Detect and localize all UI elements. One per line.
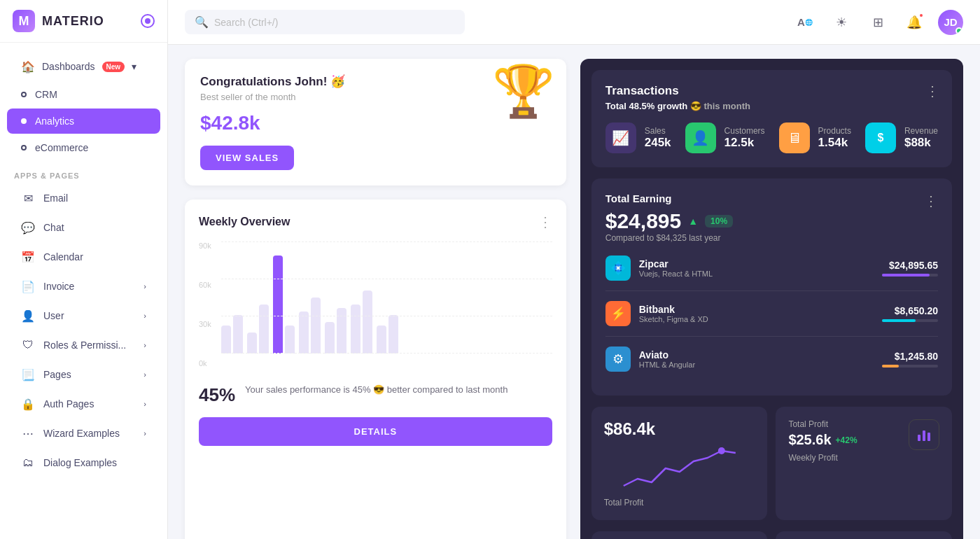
sidebar-item-calendar[interactable]: 📅 Calendar	[7, 243, 160, 271]
sidebar-item-email[interactable]: ✉ Email	[7, 184, 160, 212]
sidebar-item-analytics[interactable]: Analytics	[7, 108, 160, 134]
revenue-label: Revenue	[904, 126, 938, 136]
search-placeholder: Search (Ctrl+/)	[214, 17, 278, 28]
aviato-name: Aviato	[639, 349, 695, 360]
earning-menu-button[interactable]: ⋮	[924, 192, 938, 209]
weekly-percentage: 45%	[199, 384, 235, 406]
bar	[311, 298, 321, 354]
sidebar-item-invoice[interactable]: 📄 Invoice ›	[7, 272, 160, 300]
sidebar-item-auth[interactable]: 🔒 Auth Pages ›	[7, 390, 160, 418]
chevron-icon: ›	[144, 282, 146, 290]
project-cards-row: 💼 ⋮ New Project 862 -18% 2,856	[592, 531, 952, 539]
earning-amount: $24,895 ▲ 10%	[606, 209, 938, 233]
calendar-icon: 📅	[21, 250, 35, 264]
dialog-icon: 🗂	[21, 456, 35, 470]
chevron-icon: ›	[144, 429, 146, 438]
wizard-label: Wizard Examples	[43, 428, 120, 439]
invoice-icon: 📄	[21, 279, 35, 293]
wizard-icon: ⋯	[21, 426, 35, 440]
new-badge: New	[102, 62, 125, 72]
revenue-value: $88k	[904, 136, 938, 150]
content-area: Congratulations John! 🥳 Best seller of t…	[168, 45, 980, 539]
products-icon: 🖥	[779, 122, 810, 153]
profit-right-amount: $25.6k	[788, 432, 831, 448]
bar-group-2	[247, 304, 269, 354]
transactions-menu-button[interactable]: ⋮	[925, 83, 939, 99]
invoice-label: Invoice	[43, 281, 74, 292]
sidebar-item-crm[interactable]: CRM	[7, 82, 160, 107]
weekly-title: Weekly Overview	[199, 216, 290, 228]
bar	[325, 322, 335, 354]
svg-rect-1	[918, 435, 920, 441]
sidebar-item-dialog[interactable]: 🗂 Dialog Examples	[7, 449, 160, 477]
customers-value: 12.5k	[724, 136, 765, 150]
details-button[interactable]: DETAILS	[199, 417, 552, 446]
sidebar-item-chat[interactable]: 💬 Chat	[7, 214, 160, 241]
txn-stat-revenue: $ Revenue $88k	[865, 122, 938, 153]
dot-icon-active	[21, 118, 27, 124]
aviato-icon: ⚙	[606, 346, 631, 372]
sidebar-item-ecommerce[interactable]: eCommerce	[7, 135, 160, 160]
view-sales-button[interactable]: VIEW SALES	[200, 146, 294, 170]
bitbank-progress-bar	[882, 319, 938, 322]
total-profit-label: Total Profit	[604, 498, 755, 507]
earning-card: Total Earning ⋮ $24,895 ▲ 10% Compared t…	[592, 178, 952, 396]
revenue-icon: $	[865, 122, 896, 153]
chart-y-labels: 90k60k30k0k	[199, 241, 211, 368]
zipcar-bar-fill	[882, 274, 930, 276]
zipcar-progress-bar	[882, 274, 938, 276]
bitbank-name: Bitbank	[639, 304, 708, 315]
chat-label: Chat	[43, 222, 64, 233]
roles-label: Roles & Permissi...	[43, 340, 126, 351]
search-bar[interactable]: 🔍 Search (Ctrl+/)	[185, 10, 465, 34]
transactions-card: Transactions Total 48.5% growth 😎 this m…	[592, 70, 952, 167]
bar-group-6	[351, 290, 372, 354]
auth-label: Auth Pages	[43, 398, 94, 410]
aviato-sub: HTML & Angular	[639, 360, 695, 369]
analytics-label: Analytics	[35, 115, 74, 127]
aviato-progress-bar	[882, 365, 938, 368]
sidebar-item-pages[interactable]: 📃 Pages ›	[7, 360, 160, 388]
profit-cards-row: $86.4k Total Profit Total Profit	[592, 407, 952, 520]
notification-dot	[918, 13, 924, 18]
profit-line-chart	[604, 447, 755, 489]
sidebar-item-user[interactable]: 👤 User ›	[7, 302, 160, 330]
weekly-profit-sublabel: Weekly Profit	[788, 453, 939, 463]
svg-rect-2	[923, 430, 925, 441]
ecommerce-label: eCommerce	[35, 142, 88, 153]
weekly-description: Your sales performance is 45% 😎 better c…	[245, 384, 507, 395]
customers-icon: 👤	[685, 122, 716, 153]
sidebar-logo: M MATERIO	[0, 0, 167, 43]
avatar[interactable]: JD	[938, 10, 963, 35]
grid-button[interactable]: ⊞	[865, 10, 890, 35]
search-icon: 🔍	[195, 15, 209, 29]
bar-group-4	[299, 298, 321, 354]
weekly-overview-card: Weekly Overview ⋮ 90k60k30k0k	[185, 200, 566, 539]
sidebar: M MATERIO 🏠 Dashboards New ▾ CRM Analyti…	[0, 0, 168, 539]
right-column: Transactions Total 48.5% growth 😎 this m…	[580, 59, 963, 539]
weekly-menu-button[interactable]: ⋮	[538, 214, 552, 230]
sidebar-item-dashboards[interactable]: 🏠 Dashboards New ▾	[7, 52, 160, 80]
left-column: Congratulations John! 🥳 Best seller of t…	[185, 59, 566, 539]
total-profit-chart-card: $86.4k Total Profit	[592, 407, 768, 520]
sidebar-item-roles[interactable]: 🛡 Roles & Permissi... ›	[7, 331, 160, 359]
customers-label: Customers	[724, 126, 765, 136]
bar	[388, 315, 398, 354]
bar	[259, 304, 269, 354]
txn-stat-sales: 📈 Sales 245k	[606, 122, 671, 153]
record-button[interactable]	[141, 14, 155, 28]
notification-button[interactable]: 🔔	[902, 10, 927, 35]
bar-group-1	[221, 315, 243, 354]
bar	[221, 326, 231, 354]
theme-toggle-button[interactable]: ☀	[829, 10, 854, 35]
dot-icon	[21, 92, 27, 97]
products-value: 1.54k	[818, 136, 851, 150]
sidebar-item-wizard[interactable]: ⋯ Wizard Examples ›	[7, 419, 160, 447]
user-label: User	[43, 310, 64, 321]
section-label: APPS & PAGES	[0, 162, 167, 183]
weekly-stat-card: 2,856	[776, 531, 952, 539]
bar-group-7	[377, 315, 398, 354]
chart-bars	[221, 241, 552, 354]
translate-button[interactable]: A🌐	[792, 10, 818, 35]
pages-icon: 📃	[21, 368, 35, 382]
